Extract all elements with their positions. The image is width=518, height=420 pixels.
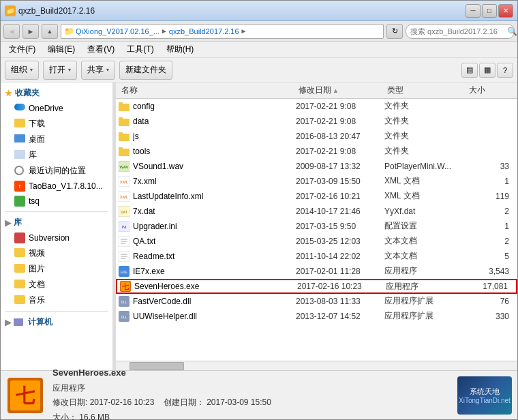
view-buttons: ▤ ▦ ? — [461, 63, 513, 78]
file-row[interactable]: tools2017-02-21 9:08文件夹 — [116, 144, 517, 159]
file-row[interactable]: EXEIE7x.exe2017-02-01 11:28应用程序3,543 — [116, 264, 517, 279]
file-name-cell: data — [119, 117, 296, 126]
organize-button[interactable]: 组织 ▾ — [5, 61, 39, 80]
menu-edit[interactable]: 编辑(E) — [42, 42, 80, 57]
file-type: 应用程序 — [386, 281, 468, 292]
status-file-icon: 七 — [6, 376, 44, 415]
col-header-modified[interactable]: 修改日期 ▲ — [296, 85, 384, 96]
file-type: 文件夹 — [384, 115, 466, 127]
search-icon[interactable]: 🔍 — [507, 27, 517, 36]
file-name-cell: EXEIE7x.exe — [119, 266, 296, 277]
menu-help[interactable]: 帮助(H) — [161, 42, 200, 57]
view-help-button[interactable]: ? — [497, 63, 513, 78]
sidebar-item-document[interactable]: 文档 — [1, 277, 112, 292]
minimize-button[interactable]: ─ — [466, 4, 481, 18]
sidebar-item-picture[interactable]: 图片 — [1, 261, 112, 277]
file-icon — [119, 251, 130, 262]
file-row[interactable]: XML7x.xml2017-03-09 15:50XML 文档1 — [116, 174, 517, 189]
file-type: 文本文档 — [384, 235, 466, 247]
file-date: 2017-02-21 9:08 — [296, 147, 384, 156]
file-size: 2 — [466, 207, 515, 216]
sidebar-library-header[interactable]: ▶ 库 — [1, 215, 112, 230]
sidebar-item-onedrive[interactable]: OneDrive — [1, 101, 112, 116]
sidebar-computer-header[interactable]: ▶ 计算机 — [1, 314, 112, 330]
col-header-type[interactable]: 类型 — [384, 85, 466, 96]
col-header-name[interactable]: 名称 — [119, 85, 296, 96]
file-row[interactable]: config2017-02-21 9:08文件夹 — [116, 99, 517, 114]
main-content: ★ 收藏夹 OneDrive 下载 桌面 库 — [1, 82, 517, 370]
file-row[interactable]: QA.txt2015-03-25 12:03文本文档2 — [116, 234, 517, 249]
file-row[interactable]: INIUpgrader.ini2017-03-15 9:50配置设置1 — [116, 219, 517, 234]
file-row[interactable]: DAT7x.dat2014-10-17 21:46YyXf.dat2 — [116, 204, 517, 219]
search-bar: 🔍 — [406, 24, 515, 39]
new-folder-button[interactable]: 新建文件夹 — [119, 61, 172, 80]
sidebar-item-video[interactable]: 视频 — [1, 245, 112, 261]
col-header-size[interactable]: 大小 — [466, 85, 515, 96]
sidebar-item-desktop[interactable]: 桌面 — [1, 132, 112, 147]
file-row[interactable]: WAVVSound1.wav2009-08-17 13:32PotPlayerM… — [116, 159, 517, 174]
file-icon — [119, 117, 130, 126]
file-date: 2017-03-15 9:50 — [296, 222, 384, 231]
file-name-text: FastVerCode.dll — [133, 297, 191, 306]
menu-tools[interactable]: 工具(T) — [121, 42, 159, 57]
svg-text:EXE: EXE — [121, 270, 128, 274]
sidebar-item-library[interactable]: 库 — [1, 147, 112, 163]
forward-button[interactable]: ► — [22, 24, 39, 39]
menu-file[interactable]: 文件(F) — [3, 42, 41, 57]
recent-icon — [14, 166, 25, 177]
sidebar-item-subversion[interactable]: Subversion — [1, 230, 112, 245]
file-type: 文件夹 — [384, 130, 466, 142]
file-icon: XML — [119, 176, 130, 187]
file-name-text: LastUpdateInfo.xml — [133, 192, 203, 201]
file-size: 3,543 — [466, 267, 515, 276]
view-grid-button[interactable]: ▦ — [479, 63, 496, 78]
file-date: 2017-02-16 10:21 — [296, 192, 384, 201]
sort-arrow-icon: ▲ — [333, 87, 339, 94]
close-button[interactable]: ✕ — [498, 4, 513, 18]
sidebar-favorites-header[interactable]: ★ 收藏夹 — [1, 85, 112, 101]
file-row[interactable]: DLLFastVerCode.dll2013-08-03 11:33应用程序扩展… — [116, 294, 517, 309]
sidebar-divider-2 — [5, 311, 108, 312]
back-button[interactable]: ◄ — [3, 24, 20, 39]
file-row[interactable]: DLLUUWiseHelper.dll2013-12-07 14:52应用程序扩… — [116, 309, 517, 324]
file-date: 2016-08-13 20:47 — [296, 132, 384, 141]
document-icon — [14, 280, 25, 290]
music-icon — [14, 295, 25, 306]
sidebar-item-taobao[interactable]: T TaoBao_V1.7.8.10... — [1, 179, 112, 194]
share-arrow: ▾ — [106, 67, 109, 73]
open-button[interactable]: 打开 ▾ — [43, 61, 77, 80]
file-row[interactable]: Readme.txt2011-10-14 22:02文本文档5 — [116, 249, 517, 264]
file-row[interactable]: XMLLastUpdateInfo.xml2017-02-16 10:21XML… — [116, 189, 517, 204]
watermark-domain: XiTongTianDi.net — [459, 397, 511, 404]
share-button[interactable]: 共享 ▾ — [81, 61, 115, 80]
sidebar-item-music[interactable]: 音乐 — [1, 292, 112, 308]
file-size: 76 — [466, 297, 515, 306]
search-input[interactable] — [410, 27, 504, 35]
file-date: 2015-03-25 12:03 — [296, 237, 384, 246]
col-size-label: 大小 — [469, 85, 485, 96]
sidebar-item-tsq[interactable]: tsq — [1, 194, 112, 209]
file-icon: XML — [119, 191, 130, 202]
refresh-button[interactable]: ↻ — [386, 24, 403, 39]
file-row[interactable]: 七SevenHeroes.exe2017-02-16 10:23应用程序17,0… — [116, 279, 517, 294]
file-name-cell: DAT7x.dat — [119, 206, 296, 217]
file-type: 文本文档 — [384, 250, 466, 262]
file-date: 2017-02-16 10:23 — [297, 282, 386, 291]
maximize-button[interactable]: □ — [482, 4, 497, 18]
svg-rect-1 — [119, 102, 123, 105]
file-name-text: QA.txt — [133, 237, 155, 246]
breadcrumb-item-1[interactable]: QiXiong_V2017.02.16_... ► — [76, 27, 168, 35]
file-row[interactable]: data2017-02-21 9:08文件夹 — [116, 114, 517, 129]
sidebar-item-recent[interactable]: 最近访问的位置 — [1, 163, 112, 179]
modified-label: 修改日期: — [52, 397, 87, 407]
watermark: 系统天地 XiTongTianDi.net — [457, 376, 512, 415]
file-type: 应用程序扩展 — [384, 295, 466, 307]
file-type: 文件夹 — [384, 145, 466, 157]
menu-view[interactable]: 查看(V) — [82, 42, 120, 57]
view-list-button[interactable]: ▤ — [461, 63, 478, 78]
sidebar-item-downloads[interactable]: 下载 — [1, 116, 112, 132]
up-button[interactable]: ▲ — [42, 24, 58, 39]
breadcrumb-item-2[interactable]: qxzb_Build2017.2.16 ► — [169, 27, 247, 35]
sidebar-label-picture: 图片 — [29, 263, 45, 275]
file-row[interactable]: js2016-08-13 20:47文件夹 — [116, 129, 517, 144]
